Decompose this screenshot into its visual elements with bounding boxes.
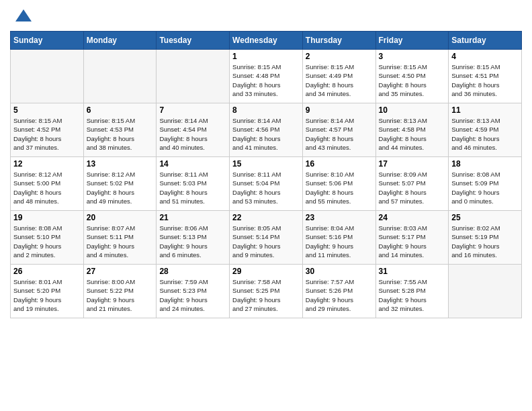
weekday-header-row: SundayMondayTuesdayWednesdayThursdayFrid… [11, 32, 522, 50]
calendar-cell: 20Sunrise: 8:07 AM Sunset: 5:11 PM Dayli… [83, 211, 157, 265]
day-info: Sunrise: 7:55 AM Sunset: 5:28 PM Dayligh… [379, 277, 446, 313]
day-number: 27 [87, 267, 154, 276]
day-info: Sunrise: 8:01 AM Sunset: 5:20 PM Dayligh… [13, 277, 81, 313]
day-number: 30 [306, 267, 373, 276]
calendar-cell: 25Sunrise: 8:02 AM Sunset: 5:19 PM Dayli… [449, 211, 522, 265]
calendar-cell: 26Sunrise: 8:01 AM Sunset: 5:20 PM Dayli… [11, 265, 84, 318]
calendar-cell: 1Sunrise: 8:15 AM Sunset: 4:48 PM Daylig… [230, 50, 303, 103]
calendar-cell: 15Sunrise: 8:11 AM Sunset: 5:04 PM Dayli… [230, 157, 303, 211]
day-number: 13 [87, 159, 154, 169]
calendar-cell: 30Sunrise: 7:57 AM Sunset: 5:26 PM Dayli… [302, 265, 375, 318]
day-info: Sunrise: 8:00 AM Sunset: 5:22 PM Dayligh… [87, 277, 154, 313]
day-info: Sunrise: 7:57 AM Sunset: 5:26 PM Dayligh… [306, 277, 373, 313]
day-info: Sunrise: 8:15 AM Sunset: 4:53 PM Dayligh… [87, 116, 154, 152]
calendar-cell [83, 50, 157, 103]
calendar-cell: 22Sunrise: 8:05 AM Sunset: 5:14 PM Dayli… [230, 211, 303, 265]
calendar-cell: 13Sunrise: 8:12 AM Sunset: 5:02 PM Dayli… [83, 157, 157, 211]
calendar-cell: 12Sunrise: 8:12 AM Sunset: 5:00 PM Dayli… [11, 157, 84, 211]
day-info: Sunrise: 8:14 AM Sunset: 4:56 PM Dayligh… [232, 116, 300, 152]
day-number: 19 [13, 213, 81, 222]
day-info: Sunrise: 8:08 AM Sunset: 5:10 PM Dayligh… [13, 224, 81, 259]
day-number: 26 [13, 267, 81, 276]
calendar-cell: 17Sunrise: 8:09 AM Sunset: 5:07 PM Dayli… [375, 157, 449, 211]
day-info: Sunrise: 8:15 AM Sunset: 4:49 PM Dayligh… [306, 62, 373, 98]
day-number: 7 [159, 105, 226, 115]
weekday-header-tuesday: Tuesday [157, 32, 230, 50]
calendar-cell: 16Sunrise: 8:10 AM Sunset: 5:06 PM Dayli… [302, 157, 375, 211]
calendar-cell: 8Sunrise: 8:14 AM Sunset: 4:56 PM Daylig… [230, 103, 303, 157]
day-number: 17 [379, 159, 446, 169]
calendar-cell: 9Sunrise: 8:14 AM Sunset: 4:57 PM Daylig… [302, 103, 375, 157]
calendar-cell: 23Sunrise: 8:04 AM Sunset: 5:16 PM Dayli… [302, 211, 375, 265]
day-number: 10 [379, 105, 446, 115]
calendar-cell: 21Sunrise: 8:06 AM Sunset: 5:13 PM Dayli… [157, 211, 230, 265]
weekday-header-monday: Monday [83, 32, 157, 50]
day-info: Sunrise: 8:07 AM Sunset: 5:11 PM Dayligh… [87, 224, 154, 259]
day-number: 25 [451, 213, 519, 222]
day-number: 29 [232, 267, 300, 276]
day-info: Sunrise: 8:05 AM Sunset: 5:14 PM Dayligh… [232, 224, 300, 259]
calendar-cell: 7Sunrise: 8:14 AM Sunset: 4:54 PM Daylig… [157, 103, 230, 157]
calendar-table: SundayMondayTuesdayWednesdayThursdayFrid… [10, 31, 522, 318]
day-info: Sunrise: 8:14 AM Sunset: 4:54 PM Dayligh… [159, 116, 226, 152]
day-info: Sunrise: 8:15 AM Sunset: 4:48 PM Dayligh… [232, 62, 300, 98]
calendar-cell [157, 50, 230, 103]
day-info: Sunrise: 8:08 AM Sunset: 5:09 PM Dayligh… [451, 170, 519, 205]
weekday-header-saturday: Saturday [449, 32, 522, 50]
weekday-header-wednesday: Wednesday [230, 32, 303, 50]
calendar-cell [11, 50, 84, 103]
day-number: 31 [379, 267, 446, 276]
day-number: 28 [159, 267, 226, 276]
calendar-cell: 10Sunrise: 8:13 AM Sunset: 4:58 PM Dayli… [375, 103, 449, 157]
calendar-week-5: 26Sunrise: 8:01 AM Sunset: 5:20 PM Dayli… [11, 265, 522, 318]
day-number: 6 [87, 105, 154, 115]
calendar-cell: 24Sunrise: 8:03 AM Sunset: 5:17 PM Dayli… [375, 211, 449, 265]
calendar-cell: 29Sunrise: 7:58 AM Sunset: 5:25 PM Dayli… [230, 265, 303, 318]
day-number: 15 [232, 159, 300, 169]
day-number: 14 [159, 159, 226, 169]
calendar-cell: 4Sunrise: 8:15 AM Sunset: 4:51 PM Daylig… [449, 50, 522, 103]
calendar-cell: 31Sunrise: 7:55 AM Sunset: 5:28 PM Dayli… [375, 265, 449, 318]
page-header [10, 7, 522, 26]
day-number: 20 [87, 213, 154, 222]
day-info: Sunrise: 7:59 AM Sunset: 5:23 PM Dayligh… [159, 277, 226, 313]
day-number: 9 [306, 105, 373, 115]
day-info: Sunrise: 8:15 AM Sunset: 4:51 PM Dayligh… [451, 62, 519, 98]
day-info: Sunrise: 8:02 AM Sunset: 5:19 PM Dayligh… [451, 224, 519, 259]
weekday-header-friday: Friday [375, 32, 449, 50]
calendar-cell: 14Sunrise: 8:11 AM Sunset: 5:03 PM Dayli… [157, 157, 230, 211]
day-number: 23 [306, 213, 373, 222]
day-number: 11 [451, 105, 519, 115]
calendar-cell: 28Sunrise: 7:59 AM Sunset: 5:23 PM Dayli… [157, 265, 230, 318]
day-number: 16 [306, 159, 373, 169]
day-info: Sunrise: 8:15 AM Sunset: 4:50 PM Dayligh… [379, 62, 446, 98]
day-number: 4 [451, 52, 519, 61]
day-info: Sunrise: 8:12 AM Sunset: 5:02 PM Dayligh… [87, 170, 154, 205]
day-number: 8 [232, 105, 300, 115]
calendar-cell: 27Sunrise: 8:00 AM Sunset: 5:22 PM Dayli… [83, 265, 157, 318]
day-info: Sunrise: 8:03 AM Sunset: 5:17 PM Dayligh… [379, 224, 446, 259]
weekday-header-thursday: Thursday [302, 32, 375, 50]
day-number: 18 [451, 159, 519, 169]
calendar-cell [449, 265, 522, 318]
day-info: Sunrise: 8:11 AM Sunset: 5:03 PM Dayligh… [159, 170, 226, 205]
day-info: Sunrise: 8:06 AM Sunset: 5:13 PM Dayligh… [159, 224, 226, 259]
day-info: Sunrise: 8:10 AM Sunset: 5:06 PM Dayligh… [306, 170, 373, 205]
calendar-week-4: 19Sunrise: 8:08 AM Sunset: 5:10 PM Dayli… [11, 211, 522, 265]
day-info: Sunrise: 8:14 AM Sunset: 4:57 PM Dayligh… [306, 116, 373, 152]
calendar-cell: 5Sunrise: 8:15 AM Sunset: 4:52 PM Daylig… [11, 103, 84, 157]
day-info: Sunrise: 8:04 AM Sunset: 5:16 PM Dayligh… [306, 224, 373, 259]
day-number: 24 [379, 213, 446, 222]
day-info: Sunrise: 8:09 AM Sunset: 5:07 PM Dayligh… [379, 170, 446, 205]
day-number: 22 [232, 213, 300, 222]
calendar-cell: 3Sunrise: 8:15 AM Sunset: 4:50 PM Daylig… [375, 50, 449, 103]
calendar-cell: 2Sunrise: 8:15 AM Sunset: 4:49 PM Daylig… [302, 50, 375, 103]
logo [10, 7, 33, 26]
calendar-week-3: 12Sunrise: 8:12 AM Sunset: 5:00 PM Dayli… [11, 157, 522, 211]
day-info: Sunrise: 8:11 AM Sunset: 5:04 PM Dayligh… [232, 170, 300, 205]
day-info: Sunrise: 8:13 AM Sunset: 4:58 PM Dayligh… [379, 116, 446, 152]
day-number: 5 [13, 105, 81, 115]
calendar-week-1: 1Sunrise: 8:15 AM Sunset: 4:48 PM Daylig… [11, 50, 522, 103]
day-info: Sunrise: 8:12 AM Sunset: 5:00 PM Dayligh… [13, 170, 81, 205]
weekday-header-sunday: Sunday [11, 32, 84, 50]
